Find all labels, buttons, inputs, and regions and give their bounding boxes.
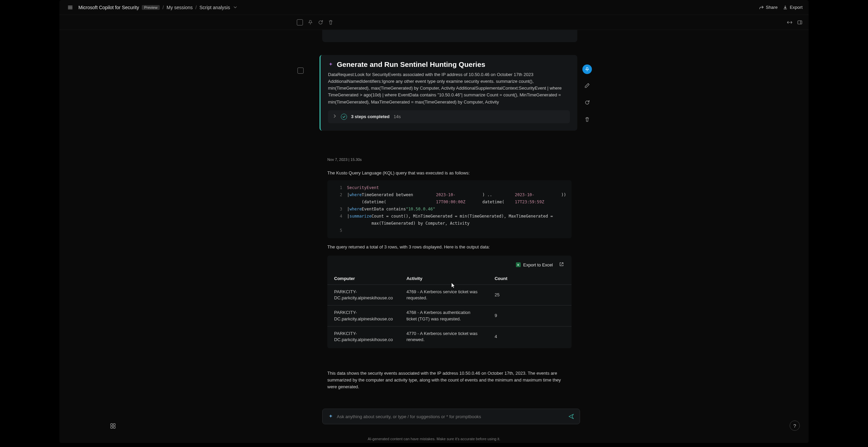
- svg-rect-1: [111, 424, 113, 426]
- table-row: PARKCITY-DC.parkcity.alpineskihouse.co 4…: [327, 326, 572, 347]
- content-area: Generate and Run Sentinel Hunting Querie…: [59, 30, 809, 443]
- cell-activity: 4770 - A Kerberos service ticket was ren…: [400, 326, 488, 347]
- send-icon: [568, 413, 574, 420]
- download-icon: [783, 5, 788, 10]
- line-number: 1: [333, 184, 342, 191]
- send-button[interactable]: [568, 413, 574, 420]
- app-title: Microsoft Copilot for Security: [78, 5, 139, 10]
- response-card: Generate and Run Sentinel Hunting Querie…: [320, 55, 577, 131]
- delete-button[interactable]: [328, 20, 333, 25]
- apps-grid-icon: [110, 423, 116, 429]
- pencil-icon: [584, 83, 590, 88]
- open-external-icon: [559, 262, 564, 267]
- cell-count: 25: [488, 285, 572, 305]
- checkmark-circle-icon: [341, 114, 347, 120]
- export-to-excel-button[interactable]: x Export to Excel: [516, 262, 553, 267]
- cell-count: 4: [488, 326, 572, 347]
- pin-icon: [308, 20, 313, 25]
- breadcrumb: Microsoft Copilot for Security Preview /…: [78, 5, 237, 10]
- response-timestamp: Nov 7, 2023 | 15.30s: [327, 157, 362, 162]
- hamburger-icon: [67, 5, 73, 10]
- refresh-button[interactable]: [318, 20, 323, 25]
- svg-rect-3: [111, 426, 113, 428]
- cell-computer: PARKCITY-DC.parkcity.alpineskihouse.co: [327, 305, 400, 326]
- line-number: 2: [333, 191, 342, 206]
- steps-completed-time: 14s: [393, 114, 401, 119]
- table-header-count[interactable]: Count: [488, 273, 572, 285]
- cell-activity: 4769 - A Kerberos service ticket was req…: [400, 285, 488, 305]
- refresh-icon: [584, 100, 590, 105]
- menu-toggle-button[interactable]: [65, 3, 75, 12]
- subbar: [59, 15, 809, 30]
- export-excel-label: Export to Excel: [523, 262, 553, 267]
- results-table-panel: x Export to Excel Computer Activity Coun…: [327, 256, 572, 348]
- open-external-button[interactable]: [559, 262, 564, 268]
- card-description: DataRequest:Look for SecurityEvents asso…: [328, 71, 570, 106]
- help-button[interactable]: ?: [790, 421, 800, 431]
- svg-rect-0: [798, 21, 802, 24]
- cell-computer: PARKCITY-DC.parkcity.alpineskihouse.co: [327, 326, 400, 347]
- trash-icon: [584, 117, 590, 122]
- refresh-icon: [318, 20, 323, 25]
- share-icon: [759, 5, 764, 10]
- breadcrumb-separator: /: [195, 5, 197, 10]
- steps-completed-bar[interactable]: 3 steps completed 14s: [328, 110, 570, 123]
- delete-card-button[interactable]: [582, 114, 593, 125]
- card-select-checkbox[interactable]: [297, 68, 304, 74]
- line-number: 5: [333, 227, 342, 234]
- table-header-activity[interactable]: Activity: [400, 273, 488, 285]
- previous-card-edge: [322, 30, 577, 42]
- panel-toggle-button[interactable]: [797, 20, 803, 25]
- body-paragraph: This data shows the security events asso…: [327, 370, 572, 390]
- chevron-down-icon[interactable]: [233, 5, 237, 10]
- breadcrumb-sessions[interactable]: My sessions: [167, 5, 193, 10]
- apps-button[interactable]: [108, 421, 118, 431]
- svg-rect-4: [113, 426, 115, 428]
- table-row: PARKCITY-DC.parkcity.alpineskihouse.co 4…: [327, 305, 572, 326]
- share-button[interactable]: Share: [759, 5, 778, 10]
- sparkle-icon: [328, 62, 333, 67]
- trash-icon: [328, 20, 333, 25]
- svg-rect-2: [113, 424, 115, 426]
- pin-button[interactable]: [308, 20, 313, 25]
- line-number: 3: [333, 206, 342, 213]
- export-label: Export: [790, 5, 803, 10]
- steps-completed-label: 3 steps completed: [351, 114, 389, 119]
- breadcrumb-separator: /: [162, 5, 164, 10]
- prompt-input-box[interactable]: [322, 409, 580, 424]
- body-paragraph: The query returned a total of 3 rows, wi…: [327, 244, 572, 249]
- table-row: PARKCITY-DC.parkcity.alpineskihouse.co 4…: [327, 285, 572, 305]
- chevron-right-icon: [333, 114, 337, 119]
- mouse-cursor-icon: [451, 282, 456, 288]
- results-table: Computer Activity Count PARKCITY-DC.park…: [327, 273, 572, 347]
- kql-code-block: 1SecurityEvent 2| where TimeGenerated be…: [327, 180, 572, 238]
- table-header-row: Computer Activity Count: [327, 273, 572, 285]
- line-number: 4: [333, 213, 342, 227]
- edit-card-button[interactable]: [582, 80, 593, 91]
- export-button[interactable]: Export: [783, 5, 803, 10]
- question-mark-icon: ?: [793, 423, 796, 429]
- card-side-actions: [582, 64, 593, 125]
- footer-disclaimer: AI-generated content can have mistakes. …: [368, 437, 500, 441]
- prompt-input[interactable]: [337, 414, 568, 419]
- preview-badge: Preview: [142, 5, 160, 10]
- width-toggle-button[interactable]: [787, 20, 792, 25]
- select-all-checkbox[interactable]: [297, 19, 303, 25]
- pin-card-button[interactable]: [582, 64, 592, 74]
- breadcrumb-current[interactable]: Script analysis: [199, 5, 230, 10]
- share-label: Share: [766, 5, 778, 10]
- refresh-card-button[interactable]: [582, 97, 593, 108]
- pin-icon: [585, 67, 590, 72]
- topbar: Microsoft Copilot for Security Preview /…: [59, 0, 809, 15]
- table-header-computer[interactable]: Computer: [327, 273, 400, 285]
- arrows-horizontal-icon: [787, 20, 792, 25]
- cell-count: 9: [488, 305, 572, 326]
- sparkle-icon: [328, 414, 333, 419]
- card-title: Generate and Run Sentinel Hunting Querie…: [337, 60, 485, 69]
- cell-computer: PARKCITY-DC.parkcity.alpineskihouse.co: [327, 285, 400, 305]
- body-paragraph: The Kusto Query Language (KQL) query tha…: [327, 170, 572, 175]
- cell-activity: 4768 - A Kerberos authentication ticket …: [400, 305, 488, 326]
- panel-icon: [797, 20, 803, 25]
- excel-icon: x: [516, 262, 521, 267]
